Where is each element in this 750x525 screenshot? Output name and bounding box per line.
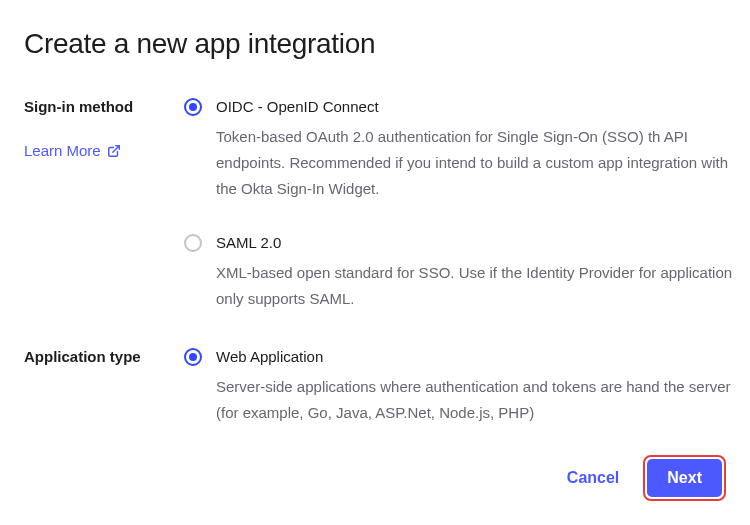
cancel-button[interactable]: Cancel [561,461,625,495]
radio-input-oidc[interactable] [184,98,202,116]
radio-input-web-app[interactable] [184,348,202,366]
learn-more-text: Learn More [24,142,101,159]
next-button[interactable]: Next [647,459,722,497]
next-button-highlight: Next [643,455,726,501]
sign-in-method-section: Sign-in method Learn More OIDC - OpenID … [24,96,750,312]
application-type-label: Application type [24,346,184,368]
footer-actions: Cancel Next [561,455,726,501]
external-link-icon [107,144,121,158]
page-title: Create a new app integration [24,28,750,60]
radio-input-saml[interactable] [184,234,202,252]
learn-more-link[interactable]: Learn More [24,142,121,159]
option-description: Token-based OAuth 2.0 authentication for… [216,124,750,202]
option-title: SAML 2.0 [216,232,750,254]
radio-option-web-app[interactable]: Web Application Server-side applications… [184,346,750,426]
radio-option-saml[interactable]: SAML 2.0 XML-based open standard for SSO… [184,232,750,312]
option-description: Server-side applications where authentic… [216,374,750,426]
sign-in-method-label: Sign-in method [24,96,184,118]
svg-line-0 [113,145,119,151]
option-title: Web Application [216,346,750,368]
radio-option-oidc[interactable]: OIDC - OpenID Connect Token-based OAuth … [184,96,750,202]
option-title: OIDC - OpenID Connect [216,96,750,118]
application-type-section: Application type Web Application Server-… [24,346,750,426]
option-description: XML-based open standard for SSO. Use if … [216,260,750,312]
